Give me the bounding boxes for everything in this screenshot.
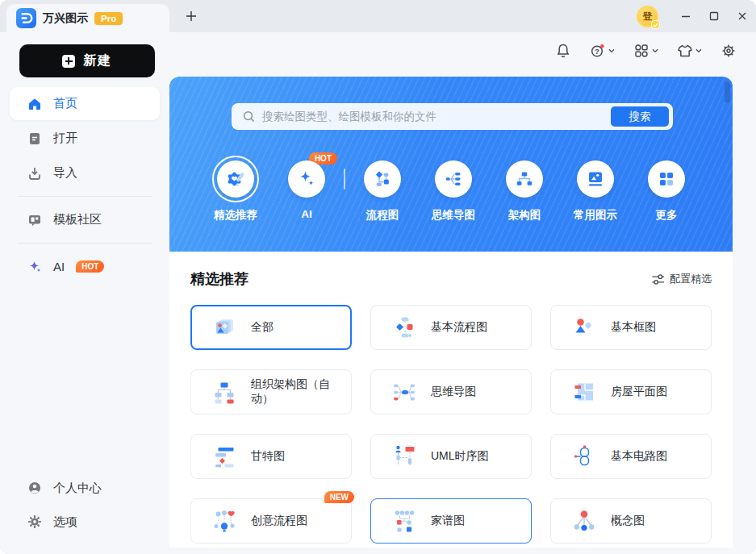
category-label: 精选推荐: [214, 208, 257, 223]
settings-button[interactable]: [720, 43, 737, 59]
hot-badge: HOT: [76, 260, 104, 273]
user-icon: [27, 481, 42, 495]
chevron-down-icon: [695, 48, 702, 53]
category-label: 架构图: [508, 208, 541, 223]
search-input[interactable]: [262, 110, 611, 123]
configure-featured-button[interactable]: 配置精选: [651, 272, 712, 286]
category-architecture[interactable]: 架构图: [489, 160, 560, 223]
top-toolbar: ?: [555, 43, 737, 59]
category-ai[interactable]: HOT AI: [271, 160, 342, 223]
sidebar-item-import[interactable]: 导入: [10, 156, 160, 190]
maximize-button[interactable]: [700, 0, 728, 32]
uml-sequence-icon: [392, 444, 416, 469]
category-mindmap[interactable]: 思维导图: [418, 160, 489, 223]
category-label: AI: [301, 208, 312, 220]
card-label: 房屋平面图: [611, 385, 667, 399]
search-icon: [242, 110, 256, 123]
apps-button[interactable]: [633, 43, 658, 59]
card-label: 家谱图: [431, 514, 465, 528]
template-card-circuit[interactable]: 基本电路图: [550, 434, 712, 479]
basic-block-icon: [572, 315, 596, 339]
category-label: 更多: [656, 208, 678, 223]
category-featured[interactable]: 精选推荐: [200, 160, 271, 223]
main-content: 搜索: [169, 77, 733, 548]
new-tab-button[interactable]: [178, 2, 205, 30]
ai-sparkle-icon: [27, 260, 42, 274]
nav-label: 个人中心: [53, 481, 102, 496]
minimize-button[interactable]: [671, 0, 700, 32]
app-body: ?: [0, 32, 756, 554]
close-button[interactable]: [728, 0, 756, 32]
card-label: 思维导图: [431, 385, 476, 399]
user-avatar[interactable]: 登: [637, 6, 658, 27]
chevron-down-icon: [608, 48, 615, 53]
category-flowchart[interactable]: 流程图: [347, 160, 418, 223]
template-card-gantt[interactable]: 甘特图: [190, 434, 352, 479]
ai-sparkle-icon: [297, 169, 316, 189]
mindmap-card-icon: [392, 380, 416, 404]
card-label: 甘特图: [251, 449, 285, 464]
featured-badge-icon: [226, 169, 245, 189]
search-button[interactable]: 搜索: [611, 106, 669, 127]
sidebar-item-profile[interactable]: 个人中心: [10, 472, 160, 504]
template-card-family-tree[interactable]: 家谱图: [370, 498, 532, 544]
sidebar-item-community[interactable]: 模板社区: [10, 203, 160, 236]
template-card-mindmap[interactable]: 思维导图: [370, 369, 532, 414]
card-label: 基本电路图: [611, 449, 667, 464]
category-row: 精选推荐 HOT AI: [169, 160, 733, 223]
svg-text:?: ?: [595, 48, 599, 56]
apps-icon: [633, 43, 649, 59]
new-document-button[interactable]: 新建: [19, 44, 155, 77]
more-grid-icon: [657, 169, 676, 189]
card-label: 基本流程图: [431, 320, 487, 335]
card-label: 组织架构图（自动）: [251, 377, 351, 406]
category-label: 思维导图: [432, 208, 475, 223]
vip-badge-icon: [651, 20, 660, 29]
template-card-org-auto[interactable]: 组织架构图（自动）: [190, 369, 352, 414]
app-tab[interactable]: 万兴图示 Pro: [6, 4, 169, 32]
search-bar: 搜索: [232, 103, 673, 130]
configure-label: 配置精选: [670, 272, 712, 286]
divider: [344, 169, 345, 190]
card-label: 概念图: [611, 514, 645, 528]
tune-icon: [651, 273, 665, 285]
app-title: 万兴图示: [43, 11, 88, 26]
template-card-basic-flowchart[interactable]: 基本流程图: [370, 305, 532, 350]
category-common-diagrams[interactable]: 常用图示: [560, 160, 631, 223]
help-icon: ?: [590, 43, 606, 59]
sidebar-item-ai[interactable]: AI HOT: [10, 250, 160, 283]
template-card-creative-flowchart[interactable]: NEW 创意流程图: [190, 498, 352, 544]
sidebar-item-options[interactable]: 选项: [10, 506, 160, 538]
divider: [18, 196, 152, 197]
nav-label: 导入: [53, 165, 77, 181]
category-more[interactable]: 更多: [631, 160, 702, 223]
floor-plan-icon: [572, 380, 596, 404]
scrollbar-thumb[interactable]: [725, 81, 730, 102]
help-button[interactable]: ?: [590, 43, 615, 59]
template-card-basic-block[interactable]: 基本框图: [550, 305, 712, 350]
gear-icon: [27, 514, 42, 529]
template-card-concept-map[interactable]: 概念图: [550, 498, 712, 544]
chevron-down-icon: [652, 48, 658, 53]
template-card-floor-plan[interactable]: 房屋平面图: [550, 369, 712, 414]
section-title: 精选推荐: [190, 269, 249, 289]
template-card-uml-sequence[interactable]: UML时序图: [370, 434, 532, 479]
notifications-button[interactable]: [555, 43, 571, 59]
template-grid: 全部 基本流程图: [190, 305, 712, 544]
card-label: 创意流程图: [251, 514, 307, 528]
skin-button[interactable]: [677, 43, 702, 59]
sidebar-footer: 个人中心 选项: [10, 472, 160, 539]
all-templates-icon: [212, 315, 236, 339]
card-label: 基本框图: [611, 320, 656, 335]
sidebar-item-open[interactable]: 打开: [10, 122, 160, 155]
sidebar-nav: 首页 打开 导入: [10, 87, 160, 285]
notification-dot: [600, 44, 604, 48]
template-card-all[interactable]: 全部: [190, 305, 352, 350]
concept-map-icon: [572, 509, 596, 533]
flowchart-icon: [373, 169, 392, 189]
divider: [18, 243, 152, 244]
pro-badge: Pro: [94, 12, 123, 25]
card-label: UML时序图: [431, 449, 489, 464]
sidebar-item-home[interactable]: 首页: [10, 87, 160, 120]
featured-section: 精选推荐 配置精选: [169, 252, 733, 544]
